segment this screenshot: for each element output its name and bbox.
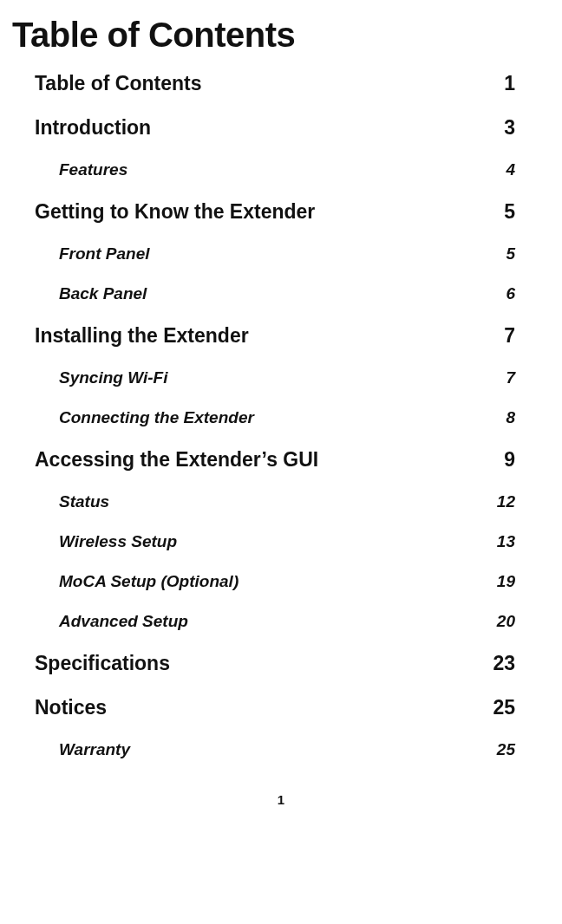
toc-label: Introduction: [35, 116, 151, 140]
toc-entry: Wireless Setup 13: [35, 522, 515, 562]
toc-label: Connecting the Extender: [59, 408, 254, 427]
toc-page: 9: [504, 448, 515, 472]
table-of-contents: Table of Contents 1 Introduction 3 Featu…: [0, 62, 562, 770]
toc-label: Features: [59, 160, 127, 179]
toc-label: Back Panel: [59, 284, 147, 303]
toc-label: Advanced Setup: [59, 612, 188, 631]
toc-entry: Front Panel 5: [35, 234, 515, 274]
toc-label: Front Panel: [59, 244, 150, 264]
toc-entry: Syncing Wi-Fi 7: [35, 358, 515, 398]
toc-label: Syncing Wi-Fi: [59, 368, 167, 387]
toc-page: 25: [493, 696, 515, 719]
toc-entry: Features 4: [35, 150, 515, 190]
toc-label: Installing the Extender: [35, 324, 249, 348]
toc-label: Table of Contents: [35, 72, 202, 95]
toc-page: 19: [497, 572, 515, 591]
toc-page: 7: [506, 368, 515, 387]
toc-entry: Specifications 23: [35, 641, 515, 686]
toc-page: 13: [497, 532, 515, 551]
toc-page: 3: [504, 116, 515, 140]
toc-label: Specifications: [35, 652, 170, 675]
toc-page: 20: [497, 612, 515, 631]
toc-page: 25: [497, 740, 515, 759]
toc-page: 7: [504, 324, 515, 348]
toc-label: Notices: [35, 696, 107, 719]
toc-page: 6: [506, 284, 515, 303]
toc-page: 5: [506, 244, 515, 264]
toc-entry: Accessing the Extender’s GUI 9: [35, 438, 515, 482]
toc-label: MoCA Setup (Optional): [59, 572, 239, 591]
toc-label: Wireless Setup: [59, 532, 177, 551]
toc-entry: Back Panel 6: [35, 274, 515, 314]
page-title: Table of Contents: [0, 0, 562, 62]
toc-entry: Warranty 25: [35, 730, 515, 770]
toc-page: 12: [497, 492, 515, 511]
toc-label: Accessing the Extender’s GUI: [35, 448, 318, 472]
toc-page: 4: [506, 160, 515, 179]
toc-page: 5: [504, 200, 515, 224]
toc-entry: Installing the Extender 7: [35, 314, 515, 358]
toc-entry: Notices 25: [35, 686, 515, 730]
toc-label: Getting to Know the Extender: [35, 200, 315, 224]
toc-page: 23: [493, 652, 515, 675]
toc-label: Warranty: [59, 740, 130, 759]
toc-page: 8: [506, 408, 515, 427]
toc-entry: MoCA Setup (Optional) 19: [35, 562, 515, 602]
toc-entry: Advanced Setup 20: [35, 602, 515, 641]
toc-page: 1: [504, 72, 515, 95]
toc-entry: Status 12: [35, 482, 515, 522]
toc-entry: Getting to Know the Extender 5: [35, 190, 515, 234]
toc-label: Status: [59, 492, 109, 511]
toc-entry: Introduction 3: [35, 106, 515, 150]
toc-entry: Connecting the Extender 8: [35, 398, 515, 438]
toc-entry: Table of Contents 1: [35, 62, 515, 106]
page-number: 1: [0, 792, 562, 807]
